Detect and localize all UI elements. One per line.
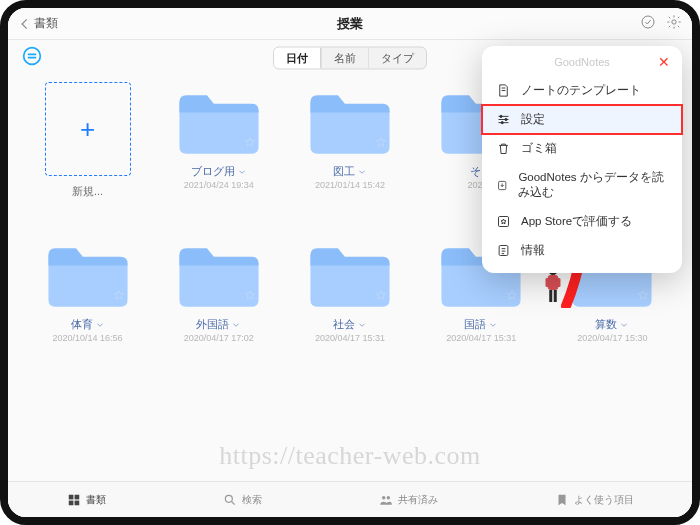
import-icon	[496, 178, 508, 193]
svg-rect-17	[68, 500, 73, 505]
chevron-down-icon	[357, 167, 367, 177]
svg-rect-18	[74, 500, 79, 505]
menu-trash[interactable]: ゴミ箱	[482, 134, 682, 163]
folder-name: 体育	[71, 317, 93, 332]
svg-point-4	[505, 118, 507, 120]
new-document-label: 新規...	[72, 184, 103, 199]
people-icon	[379, 493, 393, 507]
folder-date: 2020/10/14 16:56	[53, 333, 123, 343]
back-label: 書類	[34, 15, 58, 32]
folder-cell[interactable]: 社会 2020/04/17 15:31	[298, 239, 401, 343]
menu-settings[interactable]: 設定	[482, 105, 682, 134]
svg-rect-10	[548, 275, 559, 290]
chevron-down-icon	[488, 320, 498, 330]
folder-cell[interactable]: 体育 2020/10/14 16:56	[36, 239, 139, 343]
folder-cell[interactable]: 外国語 2020/04/17 17:02	[167, 239, 270, 343]
svg-rect-12	[554, 290, 557, 302]
tab-favorites[interactable]: よく使う項目	[555, 493, 634, 507]
bookmark-icon	[555, 493, 569, 507]
sort-date[interactable]: 日付	[274, 48, 321, 69]
app-logo-icon[interactable]	[22, 46, 42, 70]
folder-name: 国語	[464, 317, 486, 332]
tab-search[interactable]: 検索	[223, 493, 262, 507]
folder-name: 図工	[333, 164, 355, 179]
grid-icon	[67, 493, 81, 507]
folder-date: 2020/04/17 15:30	[577, 333, 647, 343]
page-title: 授業	[337, 15, 363, 33]
trash-icon	[496, 141, 511, 156]
svg-point-5	[501, 122, 503, 124]
svg-point-21	[386, 495, 390, 499]
close-icon[interactable]: ✕	[658, 54, 670, 70]
svg-point-2	[24, 48, 41, 65]
svg-rect-13	[546, 278, 550, 287]
folder-date: 2020/04/17 17:02	[184, 333, 254, 343]
folder-date: 2020/04/17 15:31	[446, 333, 516, 343]
tab-documents[interactable]: 書類	[67, 493, 106, 507]
star-icon	[244, 287, 256, 305]
sort-type[interactable]: タイプ	[368, 48, 426, 69]
chevron-down-icon	[95, 320, 105, 330]
svg-point-0	[642, 16, 654, 28]
settings-popover: GoodNotes ✕ ノートのテンプレート 設定 ゴミ箱 GoodNotes …	[482, 46, 682, 273]
menu-rate[interactable]: App Storeで評価する	[482, 207, 682, 236]
select-icon[interactable]	[640, 14, 656, 34]
svg-point-19	[225, 495, 232, 502]
star-icon	[375, 287, 387, 305]
svg-rect-11	[549, 290, 552, 302]
sliders-icon	[496, 112, 511, 127]
folder-name: 算数	[595, 317, 617, 332]
folder-name: そ	[470, 164, 481, 179]
star-icon	[637, 287, 649, 305]
folder-cell[interactable]: 図工 2021/01/14 15:42	[298, 86, 401, 199]
menu-info[interactable]: 情報	[482, 236, 682, 265]
gear-icon[interactable]	[666, 14, 682, 34]
svg-rect-14	[557, 278, 561, 287]
menu-templates[interactable]: ノートのテンプレート	[482, 76, 682, 105]
folder-date: 2020/04/17 15:31	[315, 333, 385, 343]
tab-bar: 書類 検索 共有済み よく使う項目	[8, 481, 692, 517]
star-outline-icon	[496, 214, 511, 229]
chevron-down-icon	[357, 320, 367, 330]
folder-name: 外国語	[196, 317, 229, 332]
svg-rect-16	[74, 494, 79, 499]
info-icon	[496, 243, 511, 258]
chevron-down-icon	[231, 320, 241, 330]
search-icon	[223, 493, 237, 507]
star-icon	[244, 134, 256, 152]
sort-segmented[interactable]: 日付 名前 タイプ	[273, 47, 427, 70]
folder-name: 社会	[333, 317, 355, 332]
svg-point-20	[381, 495, 385, 499]
star-icon	[506, 287, 518, 305]
svg-rect-15	[68, 494, 73, 499]
folder-cell[interactable]: ブログ用 2021/04/24 19:34	[167, 86, 270, 199]
new-document-cell[interactable]: + 新規...	[36, 86, 139, 199]
chevron-down-icon	[619, 320, 629, 330]
chevron-left-icon	[18, 17, 32, 31]
chevron-down-icon	[237, 167, 247, 177]
tab-shared[interactable]: 共有済み	[379, 493, 438, 507]
folder-date: 2021/01/14 15:42	[315, 180, 385, 190]
folder-date: 2021/04/24 19:34	[184, 180, 254, 190]
popover-title: GoodNotes	[554, 56, 610, 68]
svg-point-3	[500, 115, 502, 117]
menu-import[interactable]: GoodNotes からデータを読み込む	[482, 163, 682, 207]
folder-name: ブログ用	[191, 164, 235, 179]
star-icon	[113, 287, 125, 305]
template-icon	[496, 83, 511, 98]
plus-icon: +	[45, 82, 131, 176]
back-button[interactable]: 書類	[18, 15, 58, 32]
svg-point-1	[672, 19, 676, 23]
sort-name[interactable]: 名前	[321, 48, 368, 69]
star-icon	[375, 134, 387, 152]
watermark: https://teacher-web.com	[219, 441, 481, 471]
